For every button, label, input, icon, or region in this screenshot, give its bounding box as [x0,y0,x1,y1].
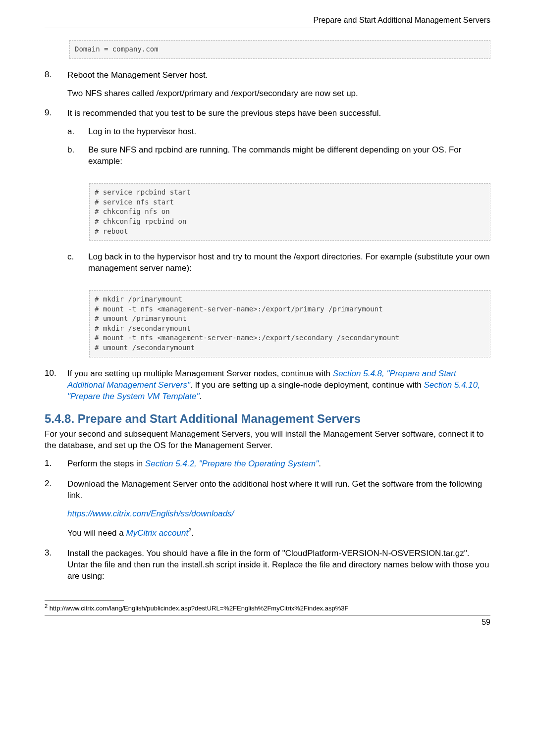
substep-text: Be sure NFS and rpcbind are running. The… [88,145,490,167]
section-title: 5.4.8. Prepare and Start Additional Mana… [45,412,490,426]
step-body: Download the Management Server onto the … [67,479,490,539]
step-8: 8. Reboot the Management Server host. Tw… [45,70,490,100]
sect-step-1: 1. Perform the steps in Section 5.4.2, "… [45,458,490,470]
substep-a: a. Log in to the hypervisor host. [67,126,490,138]
step-body: Install the packages. You should have a … [67,548,490,582]
step-10: 10. If you are setting up multiple Manag… [45,368,490,403]
substeps: a. Log in to the hypervisor host. b. Be … [67,126,490,167]
steps-continuation-10: 10. If you are setting up multiple Manag… [45,368,490,403]
step-text: It is recommended that you test to be su… [67,108,381,118]
step-text: Download the Management Server onto the … [67,479,482,500]
spacer [45,252,67,281]
text-mid: . If you are setting up a single-node de… [190,380,424,390]
step-number: 8. [45,70,67,100]
footnote: 2 http://www.citrix.com/lang/English/pub… [45,603,490,612]
text-pre: Perform the steps in [67,459,145,468]
text-post: . [191,528,194,538]
xref-542[interactable]: Section 5.4.2, "Prepare the Operating Sy… [145,459,319,468]
footnote-text: http://www.citrix.com/lang/English/publi… [48,605,348,612]
steps-continuation: 8. Reboot the Management Server host. Tw… [45,70,490,175]
running-head: Prepare and Start Additional Management … [45,16,490,28]
substep-letter: a. [67,126,88,138]
step-number: 1. [45,458,67,470]
mycitrix-line: You will need a MyCitrix account2. [67,527,490,539]
step-body: If you are setting up multiple Managemen… [67,368,490,403]
code-rpcbind: # service rpcbind start # service nfs st… [89,183,490,241]
step-number: 9. [45,108,67,174]
step-body: Perform the steps in Section 5.4.2, "Pre… [67,458,321,470]
text-pre: You will need a [67,528,126,538]
substep-c: c. Log back in to the hypervisor host an… [67,252,490,274]
step-body: It is recommended that you test to be su… [67,108,490,174]
bottom-rule [45,615,490,616]
footnote-rule [45,601,124,601]
substep-text: Log in to the hypervisor host. [88,126,196,138]
section-intro: For your second and subsequent Managemen… [45,429,490,452]
code-mount: # mkdir /primarymount # mount -t nfs <ma… [89,290,490,357]
page-number: 59 [45,618,490,627]
step-number: 10. [45,368,67,403]
substep-text: Log back in to the hypervisor host and t… [88,252,490,274]
code-domain: Domain = company.com [69,40,490,59]
step-body: Reboot the Management Server host. Two N… [67,70,358,100]
sect-step-2: 2. Download the Management Server onto t… [45,479,490,539]
text-post: . [200,392,202,401]
substep-letter: c. [67,252,88,274]
step-number: 2. [45,479,67,539]
text-pre: If you are setting up multiple Managemen… [67,369,333,378]
text-post: . [319,459,321,468]
step-9c-wrapper: c. Log back in to the hypervisor host an… [45,252,490,281]
section-steps: 1. Perform the steps in Section 5.4.2, "… [45,458,490,582]
mycitrix-link[interactable]: MyCitrix account [126,528,188,538]
step-9: 9. It is recommended that you test to be… [45,108,490,174]
sect-step-3: 3. Install the packages. You should have… [45,548,490,582]
step-text: Reboot the Management Server host. [67,70,208,80]
step-number: 3. [45,548,67,582]
step-body: c. Log back in to the hypervisor host an… [67,252,490,281]
substep-letter: b. [67,145,88,167]
steps-continuation-c: c. Log back in to the hypervisor host an… [45,252,490,281]
substeps: c. Log back in to the hypervisor host an… [67,252,490,274]
download-link-line: https://www.citrix.com/English/ss/downlo… [67,508,490,520]
substep-b: b. Be sure NFS and rpcbind are running. … [67,145,490,167]
download-link[interactable]: https://www.citrix.com/English/ss/downlo… [67,509,234,518]
step-note: Two NFS shares called /export/primary an… [67,88,358,100]
page: Prepare and Start Additional Management … [0,0,535,641]
step-text: Install the packages. You should have a … [67,549,489,581]
